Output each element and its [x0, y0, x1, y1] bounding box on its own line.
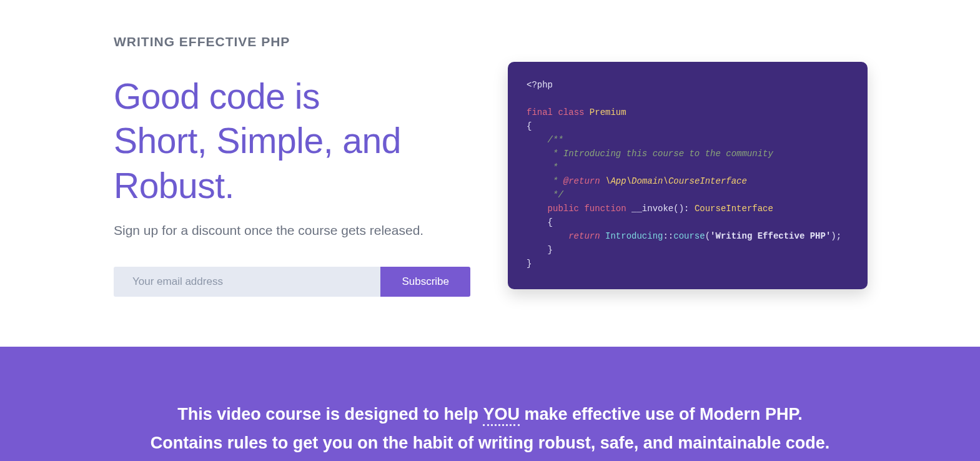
code-ns-iface: CourseInterface: [668, 176, 747, 186]
headline-line-2: Short, Simple, and Robust.: [114, 121, 401, 205]
hero-left-column: WRITING EFFECTIVE PHP Good code is Short…: [114, 34, 470, 297]
code-class-name: Premium: [590, 107, 626, 117]
code-kw-return: return: [527, 231, 600, 241]
code-doc-open: /**: [527, 135, 563, 145]
tagline: Sign up for a discount once the course g…: [114, 223, 470, 238]
code-static-sep: ::: [663, 231, 673, 241]
code-ns-sep2: \: [626, 176, 631, 186]
code-doc-ret-prefix: *: [527, 176, 563, 186]
code-doc-line1: * Introducing this course to the communi…: [527, 149, 773, 159]
code-string-val: 'Writing Effective PHP': [710, 231, 831, 241]
code-anno-return: @return: [563, 176, 600, 186]
code-static-class: Introducing: [600, 231, 663, 241]
code-open-tag: <?php: [527, 80, 553, 90]
headline-line-1: Good code is: [114, 76, 320, 116]
hero-section: WRITING EFFECTIVE PHP Good code is Short…: [0, 0, 980, 347]
cta-you-emphasis: YOU: [483, 405, 520, 426]
code-paren-colon: ():: [673, 204, 695, 214]
eyebrow: WRITING EFFECTIVE PHP: [114, 34, 470, 49]
code-method-name: __invoke: [631, 204, 673, 214]
code-ns-sep3: \: [663, 176, 668, 186]
cta-line-1: This video course is designed to help YO…: [37, 400, 943, 429]
code-ns-sep1: \: [600, 176, 611, 186]
code-string-open: (: [705, 231, 710, 241]
subscribe-button[interactable]: Subscribe: [380, 267, 470, 297]
code-doc-close: */: [527, 190, 563, 200]
code-kw-final: final: [527, 107, 553, 117]
cta-line-2: Contains rules to get you on the habit o…: [37, 429, 943, 458]
code-kw-class: class: [558, 107, 584, 117]
code-kw-function: function: [584, 204, 626, 214]
code-string-close: );: [831, 231, 841, 241]
code-ns-app: App: [610, 176, 626, 186]
code-doc-blank: *: [527, 162, 558, 172]
cta-line-1-pre: This video course is designed to help: [177, 405, 483, 424]
code-static-method: course: [673, 231, 705, 241]
code-brace-close: }: [527, 259, 532, 269]
code-ns-domain: Domain: [631, 176, 663, 186]
signup-form: Subscribe: [114, 267, 470, 297]
code-method-brace-open: {: [527, 217, 553, 227]
code-method-brace-close: }: [527, 245, 553, 255]
code-brace-open: {: [527, 121, 532, 131]
code-ret-type: CourseInterface: [695, 204, 773, 214]
code-kw-public: public: [548, 204, 579, 214]
cta-band: This video course is designed to help YO…: [0, 347, 980, 461]
headline: Good code is Short, Simple, and Robust.: [114, 74, 470, 208]
code-sample-card: <?php final class Premium { /** * Introd…: [508, 62, 868, 289]
email-input[interactable]: [114, 267, 380, 297]
cta-line-1-post: make effective use of Modern PHP.: [520, 405, 803, 424]
